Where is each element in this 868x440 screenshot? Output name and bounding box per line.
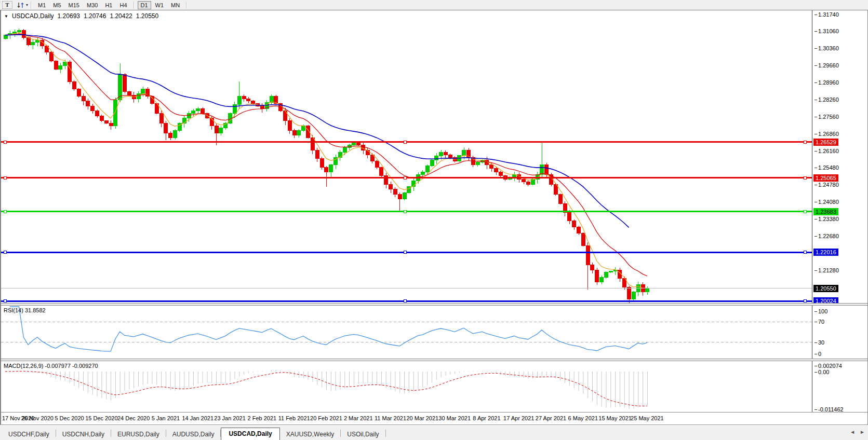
macd-tick: 0.00: [814, 368, 829, 376]
price-tick: 1.29660: [814, 62, 839, 69]
price-tick: 1.28260: [814, 96, 839, 103]
rsi-tick: 70: [814, 318, 824, 325]
rsi-line: [10, 307, 647, 351]
date-label: 8 Apr 2021: [473, 415, 500, 421]
line-handle[interactable]: [804, 251, 807, 254]
price-axis[interactable]: 1.317401.310601.303601.296601.289601.282…: [812, 10, 867, 303]
price-line-badge: 1.26529: [813, 139, 838, 146]
date-axis[interactable]: 17 Nov 202026 Nov 20205 Dec 202015 Dec 2…: [1, 412, 867, 424]
line-handle[interactable]: [804, 210, 807, 213]
tab-separator: [385, 430, 386, 437]
line-handle[interactable]: [4, 251, 7, 254]
low-value: 1.20422: [110, 12, 132, 20]
price-tick: 1.23380: [814, 215, 839, 223]
tab-scroll-controls: ◄ ►: [850, 429, 865, 435]
ma-line-34: [5, 35, 629, 228]
timeframe-button-M15[interactable]: M15: [65, 1, 83, 9]
price-tick: 1.24080: [814, 198, 839, 205]
price-line-badge: 1.22016: [813, 249, 838, 256]
chart-tab-XAUUSD[interactable]: XAUUSD,Weekly: [280, 429, 340, 440]
toolbar-separator: [186, 2, 187, 9]
date-label: 11 Mar 2021: [375, 415, 406, 421]
macd-indicator-label: MACD(12,26,9) -0.007977 -0.009270: [4, 363, 98, 369]
date-label: 27 Apr 2021: [536, 415, 566, 421]
chart-window: 1.317401.310601.303601.296601.289601.282…: [0, 10, 868, 424]
price-tick: 1.25480: [814, 164, 839, 171]
price-tick: 1.26160: [814, 147, 839, 155]
line-handle[interactable]: [804, 300, 807, 302]
price-tick: 1.31060: [814, 28, 839, 35]
date-label: 15 May 2021: [598, 415, 632, 421]
price-pane[interactable]: 1.317401.310601.303601.296601.289601.282…: [1, 10, 867, 303]
price-tick: 1.30360: [814, 45, 839, 52]
line-handle[interactable]: [404, 176, 407, 179]
text-tool-button[interactable]: T: [2, 1, 12, 9]
price-tick: 1.27560: [814, 113, 839, 120]
rsi-indicator-label: RSI(14) 31.8582: [4, 307, 46, 313]
line-handle[interactable]: [804, 176, 807, 179]
price-tick: 1.31740: [814, 11, 839, 18]
date-label: 14 Jan 2021: [182, 415, 213, 421]
timeframe-button-MN[interactable]: MN: [168, 1, 183, 9]
chart-tab-AUDUSD[interactable]: AUDUSD,Daily: [166, 429, 221, 440]
rsi-axis: 10070300: [812, 306, 867, 359]
timeframe-button-M5[interactable]: M5: [50, 1, 64, 9]
chart-tab-USDCNH[interactable]: USDCNH,Daily: [56, 429, 111, 440]
price-tick: 1.24780: [814, 181, 839, 188]
price-tick: 1.28960: [814, 79, 839, 86]
date-label: 23 Jan 2021: [214, 415, 246, 421]
line-handle[interactable]: [404, 251, 407, 254]
line-handle[interactable]: [804, 141, 807, 143]
open-value: 1.20693: [58, 12, 80, 20]
chart-ohlc-header: ▼ USDCAD,Daily 1.20693 1.20746 1.20422 1…: [4, 12, 158, 20]
toolbar-separator: [133, 2, 135, 9]
timeframe-toolbar: M1M5M15M30H1H4D1W1MN: [34, 1, 183, 9]
timeframe-button-D1[interactable]: D1: [138, 1, 151, 9]
date-label: 2 Mar 2021: [344, 415, 373, 421]
tab-scroll-left-icon[interactable]: ◄: [850, 429, 855, 435]
line-handle[interactable]: [4, 210, 7, 213]
chart-tab-USOil[interactable]: USOil,Daily: [341, 429, 385, 440]
timeframe-button-M30[interactable]: M30: [84, 1, 101, 9]
line-handle[interactable]: [404, 300, 407, 302]
date-label: 17 Apr 2021: [503, 415, 534, 421]
timeframe-button-M1[interactable]: M1: [35, 1, 49, 9]
macd-pane[interactable]: 0.0020740.00-0.011462 MACD(12,26,9) -0.0…: [1, 361, 867, 412]
dropdown-caret-icon[interactable]: ▾: [26, 3, 28, 7]
date-label: 15 Dec 2020: [85, 415, 117, 421]
arrange-symbols-button[interactable]: ▾: [17, 1, 28, 9]
collapse-triangle-icon[interactable]: ▼: [4, 14, 8, 19]
rsi-tick: 100: [814, 308, 827, 315]
macd-axis: 0.0020740.00-0.011462: [812, 361, 867, 412]
line-handle[interactable]: [4, 300, 7, 302]
date-label: 20 Feb 2021: [310, 415, 342, 421]
chart-tab-USDCAD[interactable]: USDCAD,Daily: [221, 428, 279, 440]
timeframe-button-W1[interactable]: W1: [152, 1, 167, 9]
date-label: 5 Dec 2020: [55, 415, 84, 421]
current-price-badge: 1.20550: [813, 285, 838, 292]
chart-tabs: USDCHF,DailyUSDCNH,DailyEURUSD,DailyAUDU…: [2, 425, 386, 440]
price-tick: 1.21280: [814, 267, 839, 274]
line-handle[interactable]: [4, 141, 7, 143]
rsi-pane[interactable]: 10070300 RSI(14) 31.8582: [1, 306, 867, 359]
chart-tab-USDCHF[interactable]: USDCHF,Daily: [2, 429, 56, 440]
macd-tick: -0.011462: [814, 406, 844, 412]
top-toolbar: T ▾ M1M5M15M30H1H4D1W1MN: [0, 0, 868, 10]
price-line-badge: 1.25065: [813, 174, 838, 182]
price-line-badge: 1.20024: [813, 297, 838, 303]
price-tick: 1.26860: [814, 130, 839, 138]
line-handle[interactable]: [404, 210, 407, 213]
line-handle[interactable]: [404, 141, 407, 143]
timeframe-button-H1[interactable]: H1: [102, 1, 115, 9]
date-label: 11 Feb 2021: [278, 415, 310, 421]
tab-scroll-right-icon[interactable]: ►: [860, 429, 865, 435]
high-value: 1.20746: [84, 12, 106, 20]
timeframe-button-H4[interactable]: H4: [116, 1, 130, 9]
arrange-symbols-icon: [17, 2, 25, 9]
price-line-badge: 1.23683: [813, 208, 838, 215]
line-handle[interactable]: [4, 176, 7, 179]
ma-line-13: [5, 34, 647, 276]
price-tick: 1.22680: [814, 232, 839, 240]
chart-tab-EURUSD[interactable]: EURUSD,Daily: [111, 429, 166, 440]
rsi-tick: 0: [814, 350, 821, 358]
